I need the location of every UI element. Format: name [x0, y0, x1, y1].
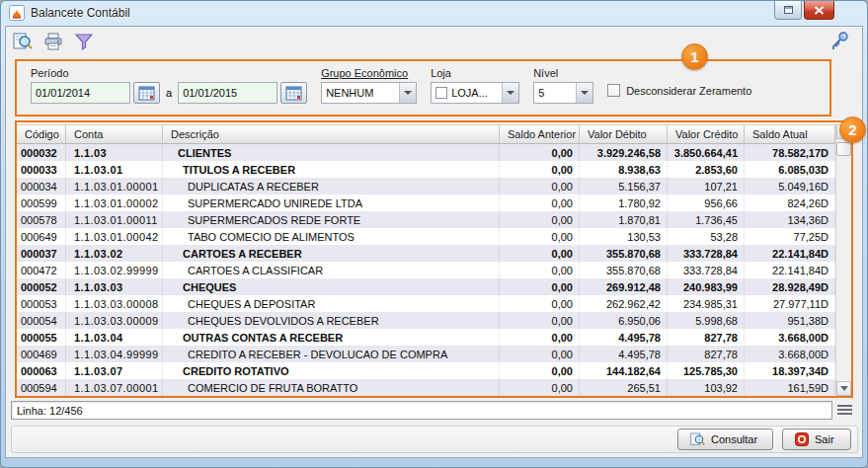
table-row[interactable]: 0005781.1.03.01.00011SUPERMERCADOS REDE …: [17, 211, 835, 228]
calendar-icon: [285, 86, 302, 101]
cell-descricao: TITULOS A RECEBER: [163, 161, 500, 178]
print-icon[interactable]: [42, 32, 64, 51]
scrollbar-thumb[interactable]: [836, 142, 851, 156]
window-title: Balancete Contábil: [31, 6, 130, 20]
cell-valor_debito: 130,53: [580, 228, 668, 245]
annotation-badge-2: 2: [839, 117, 866, 143]
cell-conta: 1.1.03.01.00011: [66, 211, 163, 228]
cell-codigo: 000054: [17, 312, 66, 329]
table-row[interactable]: 0000321.1.03CLIENTES0,003.929.246,583.85…: [17, 144, 835, 161]
calendar-from-button[interactable]: [133, 82, 160, 104]
cell-descricao: CREDITO A RECEBER - DEVOLUCAO DE COMPRA: [163, 346, 500, 362]
column-header[interactable]: Saldo Atual: [745, 125, 835, 143]
cell-saldo_atual: 161,59D: [745, 379, 835, 396]
cell-valor_credito: 240.983,99: [668, 278, 745, 295]
cell-valor_credito: 1.736,45: [668, 211, 745, 228]
zeramento-checkbox[interactable]: [607, 84, 620, 97]
date-from-input[interactable]: 01/01/2014: [31, 82, 130, 104]
calendar-icon: [138, 86, 155, 101]
cell-descricao: SUPERMERCADOS REDE FORTE: [163, 211, 500, 228]
data-grid: CódigoContaDescriçãoSaldo AnteriorValor …: [17, 122, 835, 396]
cell-saldo_atual: 77,25D: [745, 228, 835, 245]
table-row[interactable]: 0000341.1.03.01.00001DUPLICATAS A RECEBE…: [17, 178, 835, 195]
zeramento-label: Desconsiderar Zeramento: [626, 85, 751, 97]
cell-valor_credito: 53,28: [668, 228, 745, 245]
cell-valor_credito: 333.728,84: [668, 245, 745, 262]
loja-label: Loja: [431, 65, 519, 82]
cell-valor_debito: 144.182,64: [580, 362, 668, 379]
toolbar: [12, 30, 95, 53]
column-header[interactable]: Valor Crédito: [668, 125, 745, 143]
cell-codigo: 000052: [17, 278, 66, 295]
cell-codigo: 000053: [17, 295, 66, 312]
table-row[interactable]: 0000521.1.03.03CHEQUES0,00269.912,48240.…: [17, 278, 835, 295]
cell-conta: 1.1.03: [66, 144, 163, 161]
grip-icon[interactable]: [837, 403, 852, 417]
preview-icon[interactable]: [12, 32, 34, 51]
loja-group: Loja LOJA...: [431, 65, 519, 104]
calendar-to-button[interactable]: [280, 82, 307, 104]
cell-valor_debito: 262.962,42: [580, 295, 668, 312]
cell-conta: 1.1.03.04: [66, 329, 163, 346]
cell-valor_debito: 1.870,81: [580, 211, 668, 228]
cell-saldo_anterior: 0,00: [500, 161, 580, 178]
close-button[interactable]: [804, 1, 834, 20]
table-row[interactable]: 0005941.1.03.07.00001COMERCIO DE FRUTA B…: [17, 379, 835, 396]
table-row[interactable]: 0000371.1.03.02CARTOES A RECEBER0,00355.…: [17, 245, 835, 262]
table-row[interactable]: 0006491.1.03.01.00042TABO COMECIO DE ALI…: [17, 228, 835, 245]
table-row[interactable]: 0000631.1.03.07CREDITO ROTATIVO0,00144.1…: [17, 362, 835, 379]
cell-valor_debito: 8.938,63: [580, 161, 668, 178]
periodo-label: Período: [31, 65, 307, 82]
restore-button[interactable]: [774, 1, 802, 20]
scroll-down-button[interactable]: [836, 381, 851, 396]
grupo-economico-label[interactable]: Grupo Econômico: [321, 65, 417, 82]
loja-select[interactable]: LOJA...: [431, 82, 519, 104]
table-row[interactable]: 0004721.1.03.02.99999CARTOES A CLASSIFIC…: [17, 262, 835, 278]
cell-valor_credito: 827,78: [668, 346, 745, 362]
scrollbar-track[interactable]: [836, 156, 851, 381]
cell-codigo: 000472: [17, 262, 66, 278]
cell-valor_credito: 956,66: [668, 195, 745, 211]
cell-saldo_atual: 3.668,00D: [745, 346, 835, 362]
date-to-input[interactable]: 01/01/2015: [178, 82, 277, 104]
cell-descricao: OUTRAS CONTAS A RECEBER: [163, 329, 500, 346]
grupo-economico-select[interactable]: NENHUM: [321, 82, 417, 104]
status-bar: Linha: 12/456: [11, 401, 832, 420]
cell-valor_debito: 4.495,78: [580, 346, 668, 362]
column-header[interactable]: Descrição: [163, 125, 500, 143]
cell-valor_credito: 107,21: [668, 178, 745, 195]
cell-conta: 1.1.03.07.00001: [66, 379, 163, 396]
vertical-scrollbar[interactable]: [835, 124, 851, 396]
cell-descricao: CHEQUES: [163, 278, 500, 295]
table-row[interactable]: 0005991.1.03.01.00002SUPERMERCADO UNIRED…: [17, 195, 835, 211]
sair-button[interactable]: Sair: [782, 429, 851, 450]
filter-icon[interactable]: [73, 32, 95, 51]
table-row[interactable]: 0004691.1.03.04.99999CREDITO A RECEBER -…: [17, 346, 835, 362]
cell-saldo_anterior: 0,00: [500, 312, 580, 329]
cell-descricao: CARTOES A CLASSIFICAR: [163, 262, 500, 278]
table-row[interactable]: 0000331.1.03.01TITULOS A RECEBER0,008.93…: [17, 161, 835, 178]
cell-valor_credito: 5.998,68: [668, 312, 745, 329]
consultar-button[interactable]: Consultar: [677, 429, 773, 450]
cell-descricao: CHEQUES A DEPOSITAR: [163, 295, 500, 312]
cell-saldo_atual: 27.977,11D: [745, 295, 835, 312]
cell-saldo_atual: 6.085,03D: [745, 161, 835, 178]
column-header[interactable]: Saldo Anterior: [500, 125, 580, 143]
cell-valor_debito: 355.870,68: [580, 262, 668, 278]
nivel-select[interactable]: 5: [533, 82, 593, 104]
titlebar[interactable]: Balancete Contábil: [1, 1, 867, 26]
nivel-group: Nível 5: [533, 65, 593, 104]
cell-saldo_anterior: 0,00: [500, 362, 580, 379]
column-header[interactable]: Conta: [66, 125, 163, 143]
cell-conta: 1.1.03.03: [66, 278, 163, 295]
cell-saldo_anterior: 0,00: [500, 379, 580, 396]
cell-valor_debito: 5.156,37: [580, 178, 668, 195]
column-header[interactable]: Valor Débito: [580, 125, 668, 143]
cell-descricao: COMERCIO DE FRUTA BORATTO: [163, 379, 500, 396]
restore-icon: [784, 6, 793, 14]
key-icon[interactable]: [829, 32, 850, 51]
table-row[interactable]: 0000531.1.03.03.00008CHEQUES A DEPOSITAR…: [17, 295, 835, 312]
column-header[interactable]: Código: [17, 125, 66, 143]
table-row[interactable]: 0000541.1.03.03.00009CHEQUES DEVOLVIDOS …: [17, 312, 835, 329]
table-row[interactable]: 0000551.1.03.04OUTRAS CONTAS A RECEBER0,…: [17, 329, 835, 346]
